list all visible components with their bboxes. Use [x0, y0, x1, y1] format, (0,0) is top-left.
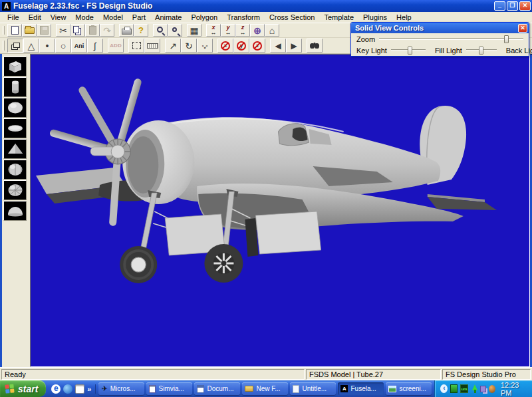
quick-launch-overflow-chevron[interactable]: » [87, 385, 91, 393]
task-button-fuselage-active[interactable]: AFusela... [338, 382, 384, 395]
fill-light-label: Fill Light [435, 47, 462, 55]
insert-geosphere-button[interactable] [3, 180, 27, 200]
copy-button[interactable] [70, 24, 85, 37]
next-button[interactable]: ▶ [286, 39, 302, 53]
tray-orange-app-icon[interactable] [489, 385, 495, 393]
home-view-button[interactable]: ⌂ [265, 24, 279, 37]
menu-view[interactable]: View [46, 13, 71, 22]
notepad-launcher-icon[interactable] [75, 384, 84, 394]
grid-button[interactable]: ▦ [187, 24, 201, 37]
close-button[interactable]: ✕ [519, 1, 531, 11]
polygon-mode-button[interactable]: △ [23, 39, 39, 53]
measure-button[interactable] [144, 39, 160, 53]
fsds-app-icon: A [340, 385, 348, 392]
tray-green-app-icon[interactable] [450, 384, 458, 393]
minimize-button[interactable]: _ [494, 1, 505, 11]
select-part-button[interactable] [7, 39, 23, 53]
fill-light-slider[interactable] [466, 49, 497, 51]
insert-disc-button[interactable] [3, 118, 27, 138]
y-axis-button[interactable]: y↔ [221, 24, 235, 37]
insert-hemisphere-button[interactable] [3, 201, 27, 221]
task-button-microsoft[interactable]: ✈Micros... [98, 382, 144, 395]
paste-button[interactable] [85, 24, 100, 37]
insert-textured-sphere-button[interactable] [3, 160, 27, 180]
start-label: start [18, 384, 38, 394]
task-button-untitled[interactable]: Untitle... [290, 382, 336, 395]
insert-box-button[interactable] [3, 57, 27, 76]
status-edition: FS Design Studio Pro [442, 369, 531, 380]
lock-x-button[interactable]: x [217, 39, 233, 53]
panel-title: Solid View Controls [355, 24, 518, 32]
animate-button[interactable]: Ani [71, 39, 87, 53]
menu-file[interactable]: File [3, 13, 24, 22]
task-button-simviation[interactable]: Simvia... [146, 382, 192, 395]
airplane-icon: ✈ [101, 385, 107, 392]
zoom-slider-thumb[interactable] [504, 35, 509, 43]
menu-help[interactable]: Help [392, 13, 416, 22]
z-axis-button[interactable]: z↔ [235, 24, 250, 37]
save-icon [40, 26, 49, 35]
marquee-select-button[interactable] [128, 39, 144, 53]
zoom-in-button[interactable] [153, 24, 168, 37]
key-light-slider[interactable] [391, 49, 426, 51]
start-button[interactable]: start [0, 380, 46, 397]
redo-button[interactable]: ↷ [100, 24, 114, 37]
menu-transform[interactable]: Transform [222, 13, 265, 22]
find-button[interactable] [307, 39, 323, 53]
panel-close-button[interactable]: ✕ [518, 24, 527, 33]
save-button[interactable] [37, 24, 51, 37]
new-file-icon [11, 26, 19, 35]
box-shape-icon [6, 59, 25, 74]
copy-icon [73, 26, 79, 33]
taskbar-clock[interactable]: 12:23 PM [501, 381, 527, 397]
restore-button[interactable]: ❐ [507, 1, 518, 11]
menu-polygon[interactable]: Polygon [186, 13, 222, 22]
open-button[interactable] [22, 24, 37, 37]
menu-animate[interactable]: Animate [150, 13, 186, 22]
cut-button[interactable]: ✂ [56, 24, 70, 37]
spline-button[interactable]: ∫ [87, 39, 103, 53]
rotate-button[interactable]: ↻ [181, 39, 197, 53]
task-button-new-folder[interactable]: New F... [242, 382, 288, 395]
menu-cross-section[interactable]: Cross Section [265, 13, 319, 22]
insert-sphere-button[interactable] [3, 98, 27, 118]
tray-collapse-chevron[interactable]: ‹ [440, 384, 448, 393]
x-axis-button[interactable]: x↔ [206, 24, 221, 37]
menu-plugins[interactable]: Plugins [358, 13, 392, 22]
panel-title-bar[interactable]: Solid View Controls ✕ [351, 23, 529, 33]
menu-part[interactable]: Part [128, 13, 150, 22]
lock-z-button[interactable]: z [249, 39, 265, 53]
new-button[interactable] [7, 24, 22, 37]
zoom-slider[interactable] [379, 38, 523, 40]
insert-cylinder-button[interactable] [3, 77, 27, 97]
task-button-screenshot[interactable]: screeni... [386, 382, 432, 395]
help-button[interactable]: ? [134, 24, 148, 37]
fill-light-thumb[interactable] [479, 47, 483, 55]
globe-app-icon[interactable] [63, 384, 72, 394]
add-button[interactable]: ADD [108, 39, 124, 53]
cone-shape-icon [6, 142, 25, 156]
circle-mode-button[interactable]: ○ [55, 39, 71, 53]
menu-model[interactable]: Model [98, 13, 128, 22]
tray-windows-app-icon[interactable] [480, 386, 486, 392]
world-view-button[interactable]: ⊕ [250, 24, 265, 37]
print-button[interactable] [119, 24, 134, 37]
task-button-document[interactable]: Docum... [194, 382, 240, 395]
tray-tree-app-icon[interactable] [471, 384, 478, 393]
move-button[interactable]: ↗ [165, 39, 181, 53]
point-mode-button[interactable]: • [39, 39, 55, 53]
model-viewport[interactable] [30, 54, 530, 367]
tray-um-app-icon[interactable]: um [460, 384, 467, 393]
internet-explorer-icon[interactable]: e [51, 384, 61, 394]
menu-mode[interactable]: Mode [70, 13, 98, 22]
menu-edit[interactable]: Edit [24, 13, 46, 22]
toolbar-grip[interactable] [3, 41, 5, 51]
previous-button[interactable]: ◀ [270, 39, 286, 53]
insert-cone-button[interactable] [3, 139, 27, 159]
menu-template[interactable]: Template [319, 13, 358, 22]
key-light-thumb[interactable] [408, 47, 412, 55]
zoom-out-button[interactable] [168, 24, 182, 37]
scale-button[interactable]: ↔↔ [197, 39, 213, 53]
lock-y-button[interactable]: y [233, 39, 249, 53]
toolbar-grip[interactable] [3, 26, 5, 35]
